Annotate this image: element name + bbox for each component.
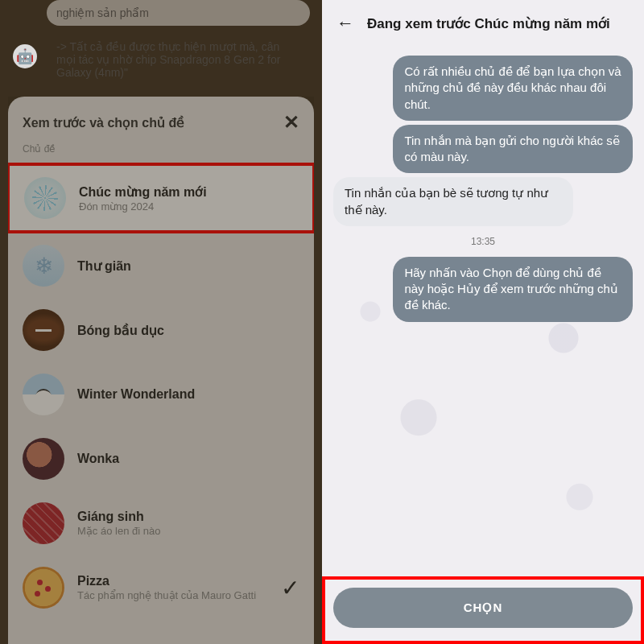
bg-line1: nghiệm sản phẩm xyxy=(56,6,149,19)
theme-item-football[interactable]: Bóng bầu dục xyxy=(8,298,314,362)
theme-item-new-year[interactable]: Chúc mừng năm mới Đón mừng 2024 xyxy=(8,163,314,233)
theme-title: Chúc mừng năm mới xyxy=(79,184,298,200)
section-label: Chủ đề xyxy=(8,137,314,163)
theme-title: Pizza xyxy=(77,574,268,588)
theme-title: Winter Wonderland xyxy=(77,387,299,402)
sent-message: Hãy nhấn vào Chọn để dùng chủ đề này hoặ… xyxy=(393,257,633,322)
footer-highlight: CHỌN xyxy=(322,576,644,644)
snowman-icon xyxy=(23,374,64,415)
received-message: Tin nhắn của bạn bè sẽ tương tự như thế … xyxy=(333,177,573,226)
christmas-icon xyxy=(23,502,64,544)
theme-subtitle: Đón mừng 2024 xyxy=(79,200,298,213)
sheet-title: Xem trước và chọn chủ đề xyxy=(23,115,184,130)
preview-header: ← Đang xem trước Chúc mừng năm mới xyxy=(322,0,644,47)
theme-title: Bóng bầu dục xyxy=(77,323,299,338)
bg-line2: -> Tất cả đều được thực hiện mượt mà, câ… xyxy=(56,40,280,79)
theme-subtitle: Mặc áo len đi nào xyxy=(77,525,299,537)
preview-title: Đang xem trước Chúc mừng năm mới xyxy=(367,15,610,32)
sent-message: Tin nhắn mà bạn gửi cho người khác sẽ có… xyxy=(393,125,633,174)
wonka-icon xyxy=(23,438,64,480)
theme-subtitle: Tác phẩm nghệ thuật của Mauro Gatti xyxy=(77,589,268,601)
pizza-icon xyxy=(23,567,64,609)
football-icon xyxy=(23,309,64,351)
theme-item-relax[interactable]: ❄ Thư giãn xyxy=(8,233,314,298)
close-icon[interactable]: ✕ xyxy=(283,111,299,134)
theme-item-wonka[interactable]: Wonka xyxy=(8,427,314,491)
back-arrow-icon[interactable]: ← xyxy=(336,13,354,34)
theme-picker-sheet: Xem trước và chọn chủ đề ✕ Chủ đề Chúc m… xyxy=(8,97,314,644)
select-button[interactable]: CHỌN xyxy=(333,588,633,628)
theme-list: Chúc mừng năm mới Đón mừng 2024 ❄ Thư gi… xyxy=(8,163,314,644)
left-screenshot: 🤖 nghiệm sản phẩm -> Tất cả đều được thự… xyxy=(0,0,322,644)
sent-message: Có rất nhiều chủ đề để bạn lựa chọn và n… xyxy=(393,56,633,121)
right-screenshot: ← Đang xem trước Chúc mừng năm mới Có rấ… xyxy=(322,0,644,644)
theme-title: Giáng sinh xyxy=(77,510,299,524)
theme-item-pizza[interactable]: Pizza Tác phẩm nghệ thuật của Mauro Gatt… xyxy=(8,555,314,620)
theme-title: Thư giãn xyxy=(77,258,299,274)
checkmark-icon: ✓ xyxy=(281,575,299,601)
timestamp: 13:35 xyxy=(333,236,633,247)
background-chat-bubble: -> Tất cả đều được thực hiện mượt mà, câ… xyxy=(47,34,310,85)
chat-preview-body: Có rất nhiều chủ đề để bạn lựa chọn và n… xyxy=(322,47,644,576)
firework-icon xyxy=(24,177,66,219)
background-chat-bubble: nghiệm sản phẩm xyxy=(47,0,310,26)
theme-title: Wonka xyxy=(77,452,299,466)
theme-item-christmas[interactable]: Giáng sinh Mặc áo len đi nào xyxy=(8,491,314,555)
theme-item-winter[interactable]: Winter Wonderland xyxy=(8,362,314,427)
assistant-avatar: 🤖 xyxy=(13,44,37,68)
snowflake-icon: ❄ xyxy=(23,245,64,287)
